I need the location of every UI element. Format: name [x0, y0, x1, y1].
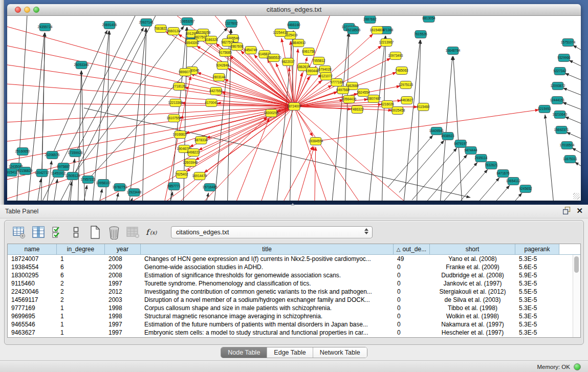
graph-node[interactable]: 9242848 [216, 62, 229, 70]
table-cell[interactable]: 6 [57, 271, 105, 279]
graph-node[interactable]: 9975887 [57, 163, 70, 171]
table-row[interactable]: 2242004622012Investigating the contribut… [8, 288, 580, 296]
graph-node[interactable]: 12213369 [168, 99, 183, 107]
graph-node[interactable]: 12923448 [127, 189, 142, 196]
table-cell[interactable]: 1 [57, 312, 105, 320]
graph-node[interactable]: 9175685 [219, 49, 232, 57]
window-resize-grip-icon[interactable] [573, 193, 580, 200]
close-panel-icon[interactable]: ✕ [576, 207, 583, 214]
table-cell[interactable]: 5.3E-5 [515, 255, 559, 263]
graph-edge[interactable] [569, 60, 581, 71]
table-cell[interactable]: Estimation of the future numbers of pati… [141, 320, 394, 329]
column-header-in-degree[interactable]: in_degree [57, 244, 105, 255]
graph-node[interactable]: 12505123 [66, 172, 80, 180]
table-cell[interactable]: 6 [57, 263, 105, 271]
graph-node[interactable]: 9121072 [319, 73, 333, 80]
graph-node[interactable]: 20206576 [45, 151, 60, 159]
graph-edge[interactable] [84, 108, 470, 198]
graph-node[interactable]: 18300295 [264, 110, 279, 117]
table-cell[interactable]: 5.3E-5 [515, 312, 559, 320]
graph-node[interactable]: 10973493 [388, 52, 403, 60]
table-cell[interactable]: 0 [394, 263, 430, 271]
graph-node[interactable]: 12254419 [273, 29, 288, 37]
graph-edge[interactable] [7, 106, 294, 123]
graph-node[interactable]: 16914479 [192, 172, 207, 180]
graph-edge[interactable] [186, 106, 294, 133]
table-row[interactable]: 1872400712008Changes of HCN gene express… [8, 255, 580, 263]
graph-node[interactable]: 1327602 [225, 20, 238, 28]
graph-edge[interactable] [7, 21, 294, 106]
table-cell[interactable]: 9465546 [8, 320, 57, 329]
graph-node[interactable]: 7632621 [485, 162, 498, 169]
graph-node[interactable]: 6479197 [454, 140, 467, 148]
graph-node[interactable]: 6961758 [302, 48, 315, 56]
table-cell[interactable]: 49 [394, 255, 430, 263]
table-cell[interactable]: 0 [394, 304, 430, 312]
graph-edge[interactable] [253, 106, 294, 201]
window-minimize-button[interactable] [24, 7, 30, 13]
graph-node[interactable]: 4170041 [205, 99, 218, 107]
graph-edge[interactable] [545, 115, 554, 201]
table-cell[interactable]: 5.3E-5 [515, 279, 559, 288]
graph-edge[interactable] [465, 185, 510, 201]
graph-node[interactable]: 15885520 [267, 54, 281, 62]
graph-node[interactable]: 8215953 [538, 105, 551, 113]
graph-node[interactable]: 2867608 [230, 43, 244, 51]
table-cell[interactable]: 5.3E-5 [515, 329, 559, 337]
table-cell[interactable]: 0 [394, 279, 430, 288]
table-cell[interactable]: 5.3E-5 [515, 304, 559, 312]
table-cell[interactable]: Hescheler et al. (1997) [430, 329, 515, 337]
graph-node[interactable]: 9896077 [179, 69, 192, 76]
table-cell[interactable]: 1997 [105, 279, 141, 288]
table-cell[interactable]: Dudbridge et al. (2008) [430, 271, 515, 279]
graph-edge[interactable] [36, 179, 41, 201]
tab-node-table[interactable]: Node Table [221, 347, 267, 358]
column-header-name[interactable]: name [8, 244, 57, 255]
graph-node[interactable]: 8938923 [441, 133, 454, 140]
graph-node[interactable]: 16409541 [429, 127, 444, 135]
graph-node[interactable]: 10807487 [366, 95, 381, 103]
graph-edge[interactable] [294, 106, 335, 201]
graph-node[interactable]: 20691406 [102, 21, 117, 29]
delete-button[interactable] [107, 225, 121, 239]
graph-edge[interactable] [294, 106, 376, 201]
graph-node[interactable]: 20564436 [342, 96, 357, 103]
graph-node[interactable]: 9857771 [167, 183, 181, 190]
table-cell[interactable]: 0 [394, 329, 430, 337]
table-cell[interactable]: Changes of HCN gene expression and I(f) … [141, 255, 394, 263]
table-scrollbar-thumb[interactable] [574, 256, 579, 273]
table-cell[interactable]: 1997 [105, 320, 141, 329]
graph-node[interactable]: 12213967 [379, 39, 394, 47]
graph-node[interactable]: 8471676 [496, 170, 510, 178]
table-cell[interactable]: 1998 [105, 304, 141, 312]
network-window[interactable]: citations_edges.txt 24355724206914062092… [7, 4, 581, 201]
table-cell[interactable]: 2 [57, 279, 105, 288]
graph-node[interactable]: 19384554 [309, 138, 323, 145]
table-cell[interactable]: 5.3E-5 [515, 320, 559, 329]
graph-node[interactable]: 8813054 [422, 16, 435, 23]
table-cell[interactable]: Yano et al. (2008) [430, 255, 515, 263]
graph-edge[interactable] [199, 106, 294, 150]
network-canvas[interactable]: 2435572420691406209271411065326713276026… [7, 16, 581, 201]
table-row[interactable]: 1938455462009Genome-wide association stu… [8, 263, 580, 271]
graph-node[interactable]: 2887682 [363, 16, 377, 24]
graph-node[interactable]: 1990448 [306, 68, 319, 75]
table-cell[interactable]: Wolkin et al. (1998) [430, 312, 515, 320]
graph-node[interactable]: 6216026 [381, 101, 394, 108]
table-cell[interactable]: 1998 [105, 312, 141, 320]
graph-edge[interactable] [573, 45, 581, 55]
graph-node[interactable]: 8454749 [244, 47, 257, 54]
table-cell[interactable]: Corpus callosum shape and size in male p… [141, 304, 394, 312]
graph-edge[interactable] [273, 146, 313, 201]
delete-table-button[interactable] [126, 225, 140, 239]
graph-node[interactable]: 9115460 [417, 103, 430, 111]
graph-edge[interactable] [443, 169, 488, 201]
graph-node[interactable]: 7663822 [154, 25, 167, 33]
graph-edge[interactable] [73, 26, 184, 176]
graph-node[interactable]: 9777169 [330, 79, 343, 86]
graph-edge[interactable] [565, 117, 581, 127]
graph-edge[interactable] [565, 73, 581, 84]
graph-edge[interactable] [567, 132, 581, 143]
graph-edge[interactable] [7, 62, 294, 106]
tab-network-table[interactable]: Network Table [313, 347, 367, 358]
